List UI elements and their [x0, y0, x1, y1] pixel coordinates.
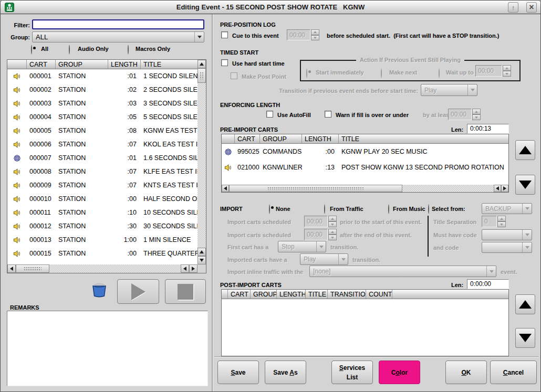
cart-column-header[interactable]: CART	[27, 60, 56, 69]
import-select-from-radio[interactable]	[428, 204, 429, 214]
inline-traffic-select[interactable]: [none]	[309, 266, 496, 277]
cart-row[interactable]: 000008 STATION :07 KLFE EAS TEST IN	[7, 165, 197, 178]
scroll-left-button[interactable]	[7, 264, 16, 273]
warn-fill-checkbox[interactable]	[325, 111, 331, 118]
spin-down-button[interactable]	[328, 235, 337, 240]
transition-column-header[interactable]: TRANSITION	[328, 290, 366, 299]
length-column-header[interactable]: LENGTH	[108, 60, 141, 69]
stop-button[interactable]	[165, 279, 206, 304]
cart-row[interactable]: 000002 STATION :02 2 SECONDS SILEI	[7, 83, 197, 97]
wait-time-spinbox[interactable]: 00:00	[475, 65, 511, 77]
cart-row[interactable]: 000010 STATION :00 HALF SECOND OF	[7, 192, 197, 206]
close-window-button[interactable]: ×	[526, 2, 537, 13]
scroll-left-button-2[interactable]	[494, 185, 501, 192]
scope-radio-audio-only[interactable]	[69, 45, 70, 55]
make-next-radio[interactable]	[381, 68, 382, 78]
spin-up-button[interactable]	[311, 29, 319, 35]
must-have-code-select[interactable]	[482, 229, 532, 240]
cart-row[interactable]: 000006 STATION :07 KKOL EAS TEST I	[7, 137, 197, 151]
spin-down-button[interactable]	[503, 71, 511, 77]
group-column-header[interactable]: GROUP	[251, 290, 277, 299]
sched-prior-spinbox[interactable]: 00:00	[304, 216, 337, 227]
shade-window-button[interactable]: ↑	[508, 2, 518, 13]
cart-column-header[interactable]: CART	[235, 134, 260, 143]
use-autofill-checkbox[interactable]	[266, 111, 273, 118]
title-separation-spinbox[interactable]: 0	[482, 216, 506, 227]
group-column-header[interactable]: GROUP	[56, 60, 108, 69]
spin-up-button[interactable]	[328, 229, 337, 235]
imported-carts-transition-select[interactable]: Play	[300, 253, 348, 265]
cart-row[interactable]: 000015 STATION :00 THREE QUARTER	[7, 247, 197, 260]
save-as-button[interactable]: Save As	[265, 361, 306, 384]
scroll-left-button[interactable]	[222, 185, 229, 192]
cart-row[interactable]: 000013 STATION 1:00 1 MIN SILENCE	[7, 233, 197, 247]
filter-input[interactable]	[32, 19, 204, 29]
import-from-traffic-radio[interactable]	[324, 204, 325, 214]
group-select[interactable]: ALL	[32, 31, 204, 43]
cart-row[interactable]: 000003 STATION :03 3 SECONDS SILEI	[7, 97, 197, 110]
cart-row[interactable]: 000012 STATION :30 30 SECONDS SILE	[7, 219, 197, 233]
cart-row[interactable]: 000011 STATION :10 10 SECONDS SILE	[7, 206, 197, 219]
services-list-button[interactable]: Services List	[331, 361, 373, 384]
cancel-button[interactable]: Cancel	[490, 361, 537, 384]
scroll-down-button[interactable]	[197, 256, 206, 264]
scroll-left-button-2[interactable]	[181, 264, 189, 273]
vertical-scroll-thumb[interactable]	[197, 68, 206, 83]
count-column-header[interactable]: COUNT	[366, 290, 392, 299]
play-button[interactable]	[117, 279, 159, 304]
cart-row[interactable]: 000009 STATION :07 KNTS EAS TEST II	[7, 178, 197, 192]
save-button[interactable]: Save	[217, 361, 259, 384]
first-cart-transition-select[interactable]: Stop	[278, 241, 326, 252]
spin-up-button[interactable]	[497, 216, 506, 221]
scroll-up-button[interactable]	[197, 60, 206, 68]
scope-radio-all[interactable]	[31, 45, 32, 55]
start-immediately-radio[interactable]	[306, 68, 307, 78]
ok-button[interactable]: OK	[445, 361, 487, 384]
cart-row[interactable]: 000005 STATION :08 KGNW EAS TEST	[7, 124, 197, 137]
length-column-header[interactable]: LENGTH	[277, 290, 306, 299]
bucket-icon[interactable]	[91, 281, 108, 299]
spin-up-button[interactable]	[472, 109, 481, 114]
horizontal-scroll-track[interactable]	[49, 264, 181, 273]
post-import-move-up-button[interactable]	[515, 294, 535, 314]
post-import-move-down-button[interactable]	[515, 328, 535, 348]
and-code-select[interactable]	[482, 242, 532, 253]
wait-up-to-radio[interactable]	[439, 68, 440, 78]
spin-down-button[interactable]	[311, 35, 319, 41]
scroll-up-button-2[interactable]	[197, 248, 206, 256]
title-column-header[interactable]: TITLE	[339, 134, 508, 143]
spin-down-button[interactable]	[472, 114, 481, 120]
cart-row[interactable]: 000001 STATION :01 1 SECOND SILEN	[7, 69, 197, 83]
sched-after-spinbox[interactable]: 00:00	[304, 229, 337, 240]
title-column-header[interactable]: TITLE	[306, 290, 328, 299]
select-from-group-select[interactable]: BACKUP	[482, 203, 532, 214]
length-column-header[interactable]: LENGTH	[302, 134, 339, 143]
color-button[interactable]: Color	[379, 361, 420, 384]
spin-down-button[interactable]	[497, 221, 506, 227]
scope-radio-macros-only[interactable]	[128, 45, 129, 55]
group-column-header[interactable]: GROUP	[260, 134, 302, 143]
import-from-music-radio[interactable]	[388, 204, 389, 214]
spin-up-button[interactable]	[503, 65, 511, 71]
title-column-header[interactable]: TITLE	[141, 60, 197, 69]
cue-to-event-checkbox[interactable]	[221, 31, 228, 38]
vertical-scroll-track[interactable]	[197, 83, 206, 248]
cue-offset-spinbox[interactable]: 00:00	[287, 29, 319, 40]
pre-import-move-up-button[interactable]	[515, 140, 535, 160]
cart-column-header[interactable]: CART	[228, 290, 251, 299]
pre-import-row[interactable]: 995025 COMMANDS :00 KGNW PLAY 20 SEC MUS…	[222, 144, 508, 160]
spin-up-button[interactable]	[328, 216, 337, 221]
warn-threshold-spinbox[interactable]: 00:00	[448, 109, 481, 120]
hard-start-checkbox[interactable]	[221, 59, 228, 66]
pre-import-row[interactable]: 021000 KGNWLINERS :13 POST SHOW KGNW 13 …	[222, 160, 508, 175]
remarks-textarea[interactable]	[7, 311, 208, 386]
cart-row[interactable]: 000007 STATION :01 1.6 SECONDS SIL	[7, 151, 197, 165]
grace-transition-select[interactable]: Play	[421, 84, 477, 96]
pre-import-move-down-button[interactable]	[515, 175, 535, 195]
horizontal-scroll-thumb[interactable]	[229, 185, 402, 192]
scroll-right-button[interactable]	[189, 264, 197, 273]
cart-row[interactable]: 000004 STATION :05 5 SECONDS SILEI	[7, 110, 197, 124]
import-none-radio[interactable]	[269, 204, 270, 214]
scroll-right-button[interactable]	[501, 185, 508, 192]
horizontal-scroll-thumb[interactable]	[16, 264, 49, 273]
